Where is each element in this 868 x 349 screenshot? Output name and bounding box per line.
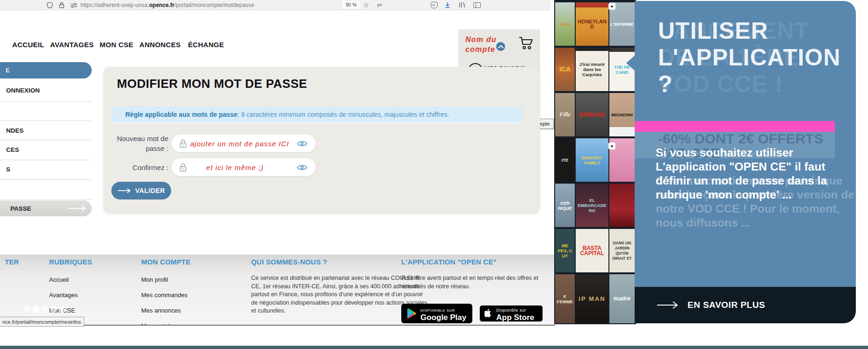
footer-link-mes-annonces[interactable]: Mes annonces [141,307,181,314]
nav-accueil[interactable]: ACCUEIL [12,41,44,49]
sidebar-toggle-icon[interactable] [473,0,481,10]
sidebar-item-commandes[interactable]: NDES [6,127,24,134]
nav-avantages[interactable]: AVANTAGES [50,41,94,49]
lock-icon [180,139,187,148]
screenshot-root: https://adherent-snep-unsa.opence.fr/por… [0,0,868,349]
poster-fille: Fille [555,93,575,136]
poster-enrage: ENRAGÉ [576,93,608,136]
confirm-password-label: Confirmez : [75,163,168,172]
sidebar-item-connexion[interactable]: ONNEXION [6,87,40,94]
arrow-right-icon [117,188,131,193]
nav-annonces[interactable]: ANNONCES [139,41,181,49]
google-play-icon [407,308,416,319]
cart-icon[interactable] [518,36,534,52]
arrow-right-icon [657,301,679,309]
sidebar-item-mot-de-passe-active[interactable]: PASSE [0,200,92,216]
divider [0,121,92,121]
poster-basta-capital: BASTA CAPITAL [576,229,608,272]
poster-femme: E FEMME [555,274,575,323]
poster-carpates: J'irai mourir dans les CarpAtes [576,48,608,91]
footer-moncompte-heading: MON COMPTE [141,258,190,266]
poster-el-embarcadero: EL EMBARCADERO [576,184,608,227]
app-store-badge[interactable]: Disponible surApp Store [479,305,543,322]
lock-icon [180,163,187,172]
account-name[interactable]: Nom ducompte [465,35,497,54]
arrow-right-icon [68,206,87,211]
bottom-accent-bar [0,346,868,349]
footer-qui-heading: QUI SOMMES-NOUS ? [251,258,327,266]
library-icon[interactable] [459,0,466,10]
url-text[interactable]: https://adherent-snep-unsa.opence.fr/por… [80,0,254,10]
nav-mon-cse[interactable]: MON CSE [100,41,133,49]
pocket-icon[interactable] [431,0,438,10]
confirm-password-input[interactable]: et ici le même ;) [172,158,316,176]
shield-icon[interactable] [47,0,53,10]
divider [0,179,92,180]
eye-icon[interactable] [297,140,307,147]
poster-antoinette: nette [555,2,575,46]
promo-text: Si vous souhaitez utiliser L'application… [656,146,827,202]
carousel-dot[interactable] [59,306,66,313]
poster-effacer-historique: CER RIQUE [555,184,575,227]
new-password-input[interactable]: ajouter un mot de passe ICI [172,135,316,152]
carousel-dot-active[interactable] [32,306,39,313]
footer-link-mon-profil[interactable]: Mon profil [141,276,168,283]
confirm-password-value: et ici le même ;) [206,164,264,171]
browser-address-bar[interactable]: https://adherent-snep-unsa.opence.fr/por… [0,0,551,10]
link-status-tooltip: nce.fr/portail/moncompte/mesinfos [0,317,84,327]
carousel-dots[interactable] [23,306,66,313]
page-footer: TER RUBRIQUES Accueil Avantages Mon CSE … [0,255,555,326]
sidebar-item-annonces[interactable]: CES [6,146,19,153]
divider [0,160,92,160]
footer-link-mot-de-passe[interactable]: Mon mot de passe [141,322,191,326]
lock-icon[interactable] [59,0,65,10]
screenshot-scissors-icon[interactable]: ✂ [376,0,383,10]
poster-bigfoot-family: BIGFOOT FAMILY [576,138,608,182]
favorite-heart-icon[interactable]: ♥ [608,142,615,150]
eye-icon[interactable] [297,164,307,171]
apple-icon [485,309,492,318]
page-title: MODIFIER MON MOT DE PASSE [117,77,307,91]
poster-madre: madre [609,274,635,323]
google-play-badge[interactable]: DISPONIBLE SURGoogle Play [401,304,472,323]
footer-app-text: Pour être averti partout et en temps rée… [401,274,542,291]
carousel-dot[interactable] [50,306,57,313]
password-rule-banner: Règle applicable aux mots de passe : 8 c… [112,107,522,123]
poster-honeyland: HONEYLAND [576,2,608,46]
carousel-dot[interactable] [23,306,30,313]
favorite-heart-icon[interactable]: ♥ [608,3,615,10]
poster-red [609,184,635,227]
footer-link-avantages[interactable]: Avantages [49,292,78,299]
divider [0,199,92,200]
footer-col0-heading[interactable]: TER [5,258,19,266]
sidebar-item-infos[interactable]: S [6,166,10,173]
download-icon[interactable] [444,0,451,10]
chevron-up-icon[interactable] [496,42,505,51]
new-password-value: ajouter un mot de passe ICI [190,140,289,148]
footer-link-mes-commandes[interactable]: Mes commandes [141,292,188,299]
nav-echange[interactable]: ÉCHANGE [188,41,224,49]
promo-panel-notch [626,55,636,71]
footer-app-heading: L'APPLICATION "OPEN CE" [401,258,497,266]
url-domain: opence.fr [149,2,174,8]
footer-rubriques-heading: RUBRIQUES [49,258,92,266]
carousel-dot[interactable] [41,306,48,313]
zoom-level-badge[interactable]: 90 % [343,1,360,8]
bookmark-star-icon[interactable]: ☆ [363,0,369,10]
promo-title: UTILISER L'APPLICATION ? [658,18,841,98]
new-password-label: Nouveau mot depasse : [75,134,168,153]
url-prefix: https://adherent-snep-unsa. [80,2,149,8]
promo-pink-bar [635,121,835,132]
permissions-icon[interactable] [70,0,78,10]
poster-mignonnes: MIGNONN [609,93,635,136]
poster-ite: ITE [555,138,575,182]
valider-button[interactable]: VALIDER [111,182,171,199]
poster-ip-man: IP MAN [576,274,608,323]
poster-jardin: DANS UN JARDIN QU'ON DIRAIT ET [609,229,635,272]
footer-link-accueil[interactable]: Accueil [49,276,69,283]
poster-yellow-text: ME PES, C UT [555,229,575,272]
url-path: /portail/moncompte/motdepasse [174,2,254,8]
poster-mica: ICA [555,48,575,91]
en-savoir-plus-button[interactable]: EN SAVOIR PLUS [635,287,856,323]
sidebar-account-pill[interactable]: E [0,62,92,78]
